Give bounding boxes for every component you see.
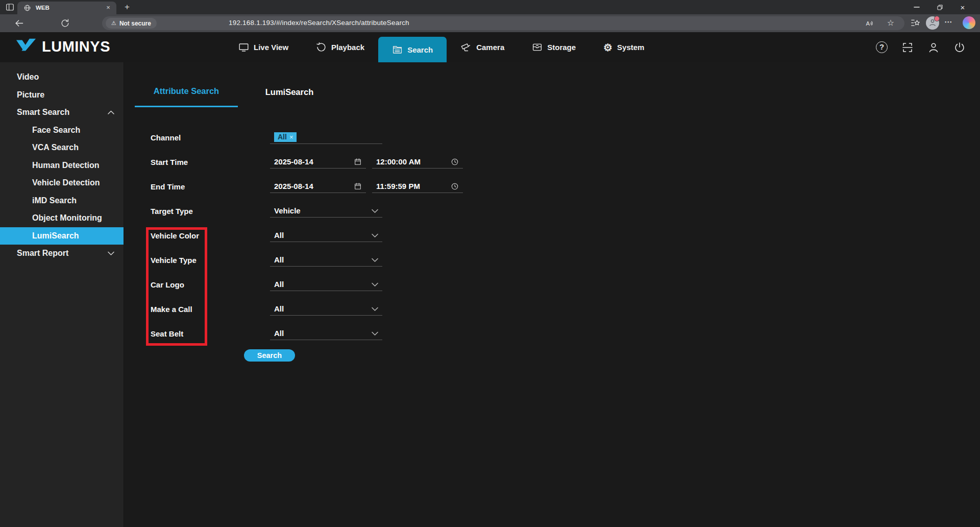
sidebar-item-picture[interactable]: Picture — [0, 86, 124, 104]
end-time-label: End Time — [151, 182, 244, 191]
sidebar-item-object-monitoring[interactable]: Object Monitoring — [0, 209, 124, 227]
nav-system[interactable]: ⚙ System — [590, 32, 658, 62]
cctv-camera-icon — [460, 42, 472, 53]
chevron-down-icon — [372, 331, 378, 336]
chevron-down-icon — [372, 307, 378, 311]
sidebar-item-imd-search[interactable]: iMD Search — [0, 192, 124, 210]
address-bar[interactable]: ⚠ Not secure 192.168.1.193/#/index/reSea… — [102, 16, 904, 30]
logo-text: LUMINYS — [42, 38, 110, 55]
nav-camera[interactable]: Camera — [447, 32, 518, 62]
end-time-input[interactable]: 11:59:59 PM — [372, 180, 463, 193]
window-minimize-button[interactable] — [908, 0, 926, 14]
read-aloud-icon[interactable]: A — [865, 19, 874, 28]
form-row-target-type: Target Type Vehicle — [151, 204, 244, 218]
luminys-logo-mark — [15, 38, 37, 55]
sidebar-item-smart-search[interactable]: Smart Search — [0, 104, 124, 122]
start-date-input[interactable]: 2025-08-14 — [270, 155, 366, 169]
form-row-channel: Channel All × — [151, 131, 244, 144]
sidebar-item-lumisearch[interactable]: LumiSearch — [0, 227, 124, 245]
sidebar-item-face-search[interactable]: Face Search — [0, 122, 124, 139]
calendar-icon[interactable] — [354, 158, 362, 166]
clock-icon[interactable] — [451, 182, 459, 190]
tab-close-icon[interactable]: × — [104, 4, 112, 12]
window-close-button[interactable]: × — [953, 0, 972, 14]
nav-label: Playback — [331, 43, 364, 52]
sidebar-item-vehicle-detection[interactable]: Vehicle Detection — [0, 174, 124, 192]
gear-icon: ⚙ — [603, 42, 612, 53]
sidebar: Video Picture Smart Search Face Search V… — [0, 62, 124, 527]
chip-remove-icon[interactable]: × — [289, 133, 293, 141]
url-text[interactable]: 192.168.1.193/#/index/reSearch/XSearch/a… — [229, 19, 409, 27]
globe-icon — [23, 4, 31, 12]
browser-toolbar: ⚠ Not secure 192.168.1.193/#/index/reSea… — [0, 14, 980, 32]
form-row-end-time: End Time 2025-08-14 11:59:59 PM — [151, 180, 244, 193]
sidebar-item-vca-search[interactable]: VCA Search — [0, 139, 124, 157]
security-label: Not secure — [119, 20, 151, 27]
car-logo-select[interactable]: All — [270, 278, 382, 291]
app-header: LUMINYS Live View Playback Search Camera — [0, 32, 980, 62]
scan-icon[interactable] — [901, 41, 914, 54]
browser-tab[interactable]: WEB × — [17, 2, 116, 14]
chevron-down-icon — [372, 233, 378, 237]
annotation-red-rectangle — [146, 227, 207, 346]
chevron-down-icon — [372, 258, 378, 262]
tab-workspaces-icon[interactable] — [5, 3, 15, 12]
vehicle-type-select[interactable]: All — [270, 253, 382, 267]
nav-label: System — [617, 43, 644, 52]
chevron-up-icon — [108, 110, 114, 114]
seat-belt-select[interactable]: All — [270, 327, 382, 340]
favorites-collections-icon[interactable] — [911, 19, 920, 28]
warning-icon: ⚠ — [111, 20, 116, 27]
main-content: Attribute Search LumiSearch Channel All … — [125, 62, 980, 527]
help-icon[interactable]: ? — [876, 41, 888, 53]
more-menu-icon[interactable]: ⋯ — [944, 17, 952, 27]
nav-storage[interactable]: Storage — [518, 32, 590, 62]
calendar-icon[interactable] — [354, 182, 362, 190]
sidebar-item-human-detection[interactable]: Human Detection — [0, 157, 124, 175]
nav-playback[interactable]: Playback — [302, 32, 378, 62]
clock-icon[interactable] — [451, 158, 459, 166]
content-tabs: Attribute Search LumiSearch — [135, 77, 341, 107]
channel-label: Channel — [151, 133, 244, 142]
storage-drawer-icon — [532, 42, 543, 53]
tab-title: WEB — [36, 5, 50, 11]
end-date-input[interactable]: 2025-08-14 — [270, 180, 366, 193]
profile-avatar[interactable] — [926, 16, 939, 30]
security-badge[interactable]: ⚠ Not secure — [106, 18, 157, 29]
playback-icon — [316, 42, 327, 53]
copilot-icon[interactable] — [963, 16, 975, 29]
tab-lumisearch[interactable]: LumiSearch — [238, 77, 341, 107]
header-actions: ? — [876, 32, 966, 62]
search-button[interactable]: Search — [244, 349, 295, 362]
vehicle-color-select[interactable]: All — [270, 229, 382, 242]
nav-live-view[interactable]: Live View — [225, 32, 302, 62]
make-a-call-select[interactable]: All — [270, 302, 382, 316]
app-logo: LUMINYS — [15, 38, 110, 55]
channel-chip[interactable]: All × — [274, 132, 297, 142]
monitor-icon — [238, 42, 249, 53]
browser-tab-strip: WEB × + × — [0, 0, 980, 14]
start-time-input[interactable]: 12:00:00 AM — [372, 155, 463, 169]
nav-search[interactable]: Search — [378, 37, 447, 62]
power-icon[interactable] — [953, 41, 966, 54]
sidebar-item-video[interactable]: Video — [0, 68, 124, 86]
target-type-select[interactable]: Vehicle — [270, 204, 382, 218]
nav-label: Camera — [476, 43, 504, 52]
nav-label: Search — [407, 45, 433, 54]
start-time-label: Start Time — [151, 158, 244, 166]
channel-input[interactable]: All × — [270, 131, 382, 144]
tab-attribute-search[interactable]: Attribute Search — [135, 77, 238, 107]
chevron-down-icon — [108, 251, 114, 255]
target-type-label: Target Type — [151, 207, 244, 215]
sidebar-item-smart-report[interactable]: Smart Report — [0, 245, 124, 262]
refresh-icon[interactable] — [60, 18, 70, 28]
new-tab-button[interactable]: + — [121, 2, 133, 13]
back-icon[interactable] — [14, 18, 24, 28]
nav-label: Storage — [547, 43, 576, 52]
nav-label: Live View — [254, 43, 288, 52]
main-nav: Live View Playback Search Camera Storage — [225, 32, 658, 62]
favorite-star-icon[interactable]: ☆ — [887, 18, 894, 28]
window-restore-button[interactable] — [930, 0, 949, 14]
user-icon[interactable] — [927, 41, 940, 54]
form-row-start-time: Start Time 2025-08-14 12:00:00 AM — [151, 155, 244, 169]
